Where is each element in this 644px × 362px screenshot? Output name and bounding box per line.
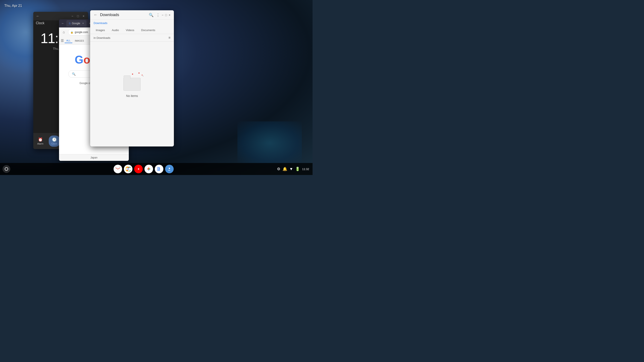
downloads-back-icon[interactable]: ← [94, 13, 98, 17]
downloads-close-button[interactable]: × [169, 13, 170, 17]
google-favicon: G [69, 22, 71, 25]
launcher-icon [5, 167, 8, 171]
files-app-icon[interactable] [155, 165, 163, 173]
blue-app-icon[interactable] [165, 165, 174, 173]
more-options-icon[interactable]: ⋮ [156, 13, 160, 17]
gmail-icon [116, 167, 120, 171]
logo-o1: o [83, 53, 90, 66]
downloads-titlebar: ← Downloads 🔍 ⋮ − □ × [90, 10, 174, 20]
launcher-button[interactable] [2, 165, 10, 173]
settings-icon[interactable]: ⚙ [277, 167, 280, 171]
no-items-text: No items [126, 94, 138, 98]
browser-footer: Japan [59, 154, 129, 161]
filter-all[interactable]: ALL [64, 38, 72, 43]
alarm-icon: ⏰ [38, 137, 43, 142]
logo-g: G [75, 53, 83, 66]
taskbar-time-display: 11:32 [302, 167, 309, 171]
youtube-app-icon[interactable] [134, 165, 143, 173]
chrome-icon [126, 167, 130, 171]
downloads-window: ← Downloads 🔍 ⋮ − □ × Downloads Images A… [90, 10, 174, 146]
empty-folder-icon [124, 78, 140, 91]
battery-icon: 🔋 [295, 167, 300, 171]
browser-home-button[interactable]: ⌂ [61, 29, 67, 35]
chrome-app-icon[interactable] [124, 165, 132, 173]
downloads-title: Downloads [100, 13, 149, 17]
menu-icon[interactable]: ☰ [61, 39, 64, 43]
downloads-toolbar: in Downloads ≡ [90, 34, 174, 42]
clock-titlebar: ← − □ × [33, 12, 88, 20]
downloads-maximize-button[interactable]: □ [165, 13, 167, 17]
svg-point-11 [169, 168, 170, 169]
filter-images-tab[interactable]: Images [93, 27, 108, 33]
downloads-filter-tabs: Images Audio Videos Documents [90, 26, 174, 34]
tab-label: Google [72, 22, 80, 25]
downloads-empty-icon [121, 71, 143, 91]
taskbar: ⚙ 🔔 ▼ 🔋 11:32 [0, 163, 312, 175]
downloads-content-area: No items [90, 42, 174, 127]
clock-nav-alarm[interactable]: ⏰ Alarm [35, 136, 46, 147]
gmail-app-icon[interactable] [114, 165, 122, 173]
clock-close-button[interactable]: × [82, 14, 86, 18]
downloads-titlebar-icons: 🔍 ⋮ [149, 13, 160, 17]
downloads-window-controls: − □ × [162, 13, 170, 17]
blue-app-icon-svg [167, 167, 172, 171]
clock-nav-clock[interactable]: 🕐 Clock [49, 136, 60, 147]
search-downloads-icon[interactable]: 🔍 [149, 13, 154, 17]
filter-images[interactable]: IMAGES [73, 39, 86, 43]
downloads-toolbar-text: in Downloads [94, 36, 110, 39]
clock-maximize-button[interactable]: □ [76, 14, 80, 18]
filter-documents-tab[interactable]: Documents [138, 27, 158, 33]
close-tab-icon[interactable]: × [82, 22, 84, 25]
taskbar-apps [10, 165, 277, 173]
downloads-view-toggle[interactable]: ≡ [168, 36, 170, 40]
files-icon [157, 167, 161, 171]
clock-icon: 🕐 [52, 137, 57, 142]
url-display: google.com [75, 31, 88, 34]
search-icon: 🔍 [72, 72, 76, 76]
desktop-date: Thu, Apr 21 [4, 4, 22, 8]
wifi-icon[interactable]: ▼ [289, 167, 293, 171]
photos-icon [146, 167, 151, 171]
taskbar-launcher [0, 165, 10, 173]
svg-point-3 [128, 168, 129, 170]
clock-back-icon[interactable]: ← [36, 14, 40, 18]
alarm-label: Alarm [37, 142, 44, 145]
clock-label: Clock [51, 142, 57, 145]
downloads-breadcrumb[interactable]: Downloads [90, 20, 174, 26]
lock-icon: 🔒 [70, 31, 74, 34]
photos-app-icon[interactable] [144, 165, 153, 173]
downloads-minimize-button[interactable]: − [162, 13, 163, 17]
filter-videos-tab[interactable]: Videos [123, 27, 138, 33]
notifications-icon[interactable]: 🔔 [282, 167, 287, 171]
browser-tab[interactable]: G Google × [66, 20, 86, 26]
browser-back-icon[interactable]: ← [61, 21, 64, 25]
taskbar-system-tray: ⚙ 🔔 ▼ 🔋 11:32 [277, 167, 312, 171]
filter-audio-tab[interactable]: Audio [109, 27, 122, 33]
youtube-icon [136, 167, 140, 170]
clock-minimize-button[interactable]: − [70, 14, 74, 18]
